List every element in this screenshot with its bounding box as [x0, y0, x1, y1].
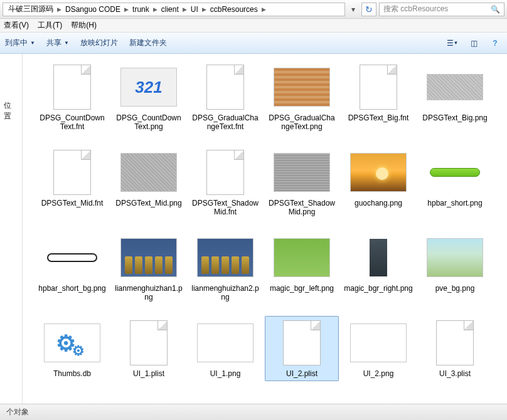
file-label: lianmenghuizhan2.png [191, 284, 260, 302]
toolbar: 到库中▼ 共享▼ 放映幻灯片 新建文件夹 ☰▼ ◫ ? [0, 33, 507, 54]
file-label: guochang.png [355, 199, 402, 207]
chevron-right-icon: ▶ [123, 6, 130, 13]
file-label: UI_3.plist [439, 369, 471, 378]
file-label: DPSG_CountDownText.fnt [38, 113, 107, 131]
help-button[interactable]: ? [488, 37, 502, 50]
breadcrumb-segment[interactable]: client [159, 5, 181, 14]
file-label: DPSG_GradualChangeText.fnt [191, 113, 260, 131]
files-grid: DPSG_CountDownText.fnt321DPSG_CountDownT… [35, 60, 502, 381]
file-item[interactable]: UI_1.plist [112, 316, 186, 381]
file-label: pve_bg.png [435, 284, 475, 293]
file-item[interactable]: DPSGText_Mid.png [112, 145, 186, 219]
slideshow-button[interactable]: 放映幻灯片 [80, 38, 118, 48]
search-placeholder: 搜索 ccbResources [383, 4, 448, 14]
file-label: hpbar_short.png [427, 199, 482, 207]
file-item[interactable]: DPSGText_Big.fnt [341, 60, 415, 134]
file-item[interactable]: pve_bg.png [418, 231, 492, 305]
refresh-button[interactable]: ↻ [361, 3, 376, 16]
menu-help[interactable]: 帮助(H) [71, 20, 97, 31]
file-item[interactable]: Thumbs.db [35, 316, 109, 381]
file-label: Thumbs.db [53, 369, 91, 378]
file-label: DPSGText_Mid.png [115, 199, 181, 207]
content-area: DPSG_CountDownText.fnt321DPSG_CountDownT… [23, 54, 507, 404]
chevron-right-icon: ▶ [152, 6, 159, 13]
sidebar-item-location[interactable]: 位置 [0, 98, 22, 124]
address-dropdown-icon[interactable]: ▾ [348, 5, 359, 14]
status-text: 个对象 [6, 407, 29, 417]
sidebar: 位置 [0, 54, 23, 404]
menu-view[interactable]: 查看(V) [4, 20, 29, 31]
file-item[interactable]: DPSGText_Big.png [418, 60, 492, 134]
chevron-down-icon: ▼ [64, 40, 69, 46]
file-label: hpbar_short_bg.png [38, 284, 105, 293]
status-bar: 个对象 [0, 404, 507, 420]
file-label: DPSG_CountDownText.png [114, 113, 183, 131]
new-folder-button[interactable]: 新建文件夹 [129, 38, 167, 48]
breadcrumb-segment[interactable]: 斗破三国源码 [6, 4, 56, 14]
breadcrumb-segment[interactable]: ccbResources [208, 5, 260, 14]
file-label: DPSGText_ShadowMid.png [267, 199, 336, 216]
file-item[interactable]: DPSG_CountDownText.fnt [35, 60, 109, 134]
include-in-library-button[interactable]: 到库中▼ [5, 38, 35, 48]
share-button[interactable]: 共享▼ [46, 38, 69, 48]
file-item[interactable]: magic_bgr_right.png [341, 231, 415, 305]
file-item[interactable]: UI_2.png [341, 316, 415, 381]
file-item[interactable]: guochang.png [341, 145, 415, 219]
breadcrumb-segment[interactable]: trunk [130, 5, 152, 14]
file-label: DPSGText_ShadowMid.fnt [191, 199, 260, 216]
file-item[interactable]: DPSG_GradualChangeText.fnt [188, 60, 262, 134]
preview-pane-button[interactable]: ◫ [467, 37, 481, 50]
chevron-down-icon: ▼ [30, 40, 35, 46]
file-label: UI_2.png [363, 369, 394, 378]
address-bar: 斗破三国源码▶DSanguo CODE▶trunk▶client▶UI▶ccbR… [0, 0, 507, 19]
chevron-right-icon: ▶ [181, 6, 188, 13]
file-label: UI_1.png [210, 369, 241, 378]
file-label: UI_1.plist [133, 369, 164, 378]
file-label: UI_2.plist [286, 369, 318, 378]
file-item[interactable]: DPSGText_ShadowMid.png [265, 145, 339, 219]
menu-tools[interactable]: 工具(T) [38, 20, 62, 31]
file-item[interactable]: 321DPSG_CountDownText.png [112, 60, 186, 134]
file-item[interactable]: lianmenghuizhan2.png [188, 231, 262, 305]
file-label: DPSGText_Big.png [422, 113, 487, 122]
view-options-button[interactable]: ☰▼ [446, 37, 459, 50]
file-item[interactable]: UI_2.plist [265, 316, 339, 381]
file-label: lianmenghuizhan1.png [114, 284, 183, 302]
file-label: DPSG_GradualChangeText.png [267, 113, 336, 131]
file-item[interactable]: DPSGText_Mid.fnt [35, 145, 109, 219]
menu-bar: 查看(V) 工具(T) 帮助(H) [0, 19, 507, 33]
file-item[interactable]: UI_1.png [188, 316, 262, 381]
file-item[interactable]: lianmenghuizhan1.png [112, 231, 186, 305]
file-item[interactable]: magic_bgr_left.png [265, 231, 339, 305]
breadcrumb-segment[interactable]: UI [188, 5, 201, 14]
breadcrumb[interactable]: 斗破三国源码▶DSanguo CODE▶trunk▶client▶UI▶ccbR… [3, 3, 345, 16]
file-item[interactable]: UI_3.plist [418, 316, 492, 381]
chevron-right-icon: ▶ [201, 6, 208, 13]
search-icon: 🔍 [491, 5, 500, 14]
file-label: DPSGText_Mid.fnt [41, 199, 104, 207]
file-item[interactable]: hpbar_short.png [418, 145, 492, 219]
breadcrumb-segment[interactable]: DSanguo CODE [63, 5, 123, 14]
chevron-right-icon: ▶ [260, 6, 267, 13]
file-label: DPSGText_Big.fnt [348, 113, 409, 122]
file-label: magic_bgr_right.png [344, 284, 412, 293]
file-item[interactable]: DPSGText_ShadowMid.fnt [188, 145, 262, 219]
chevron-right-icon: ▶ [56, 6, 63, 13]
file-item[interactable]: hpbar_short_bg.png [35, 231, 109, 305]
file-label: magic_bgr_left.png [270, 284, 334, 293]
search-input[interactable]: 搜索 ccbResources 🔍 [379, 3, 504, 16]
file-item[interactable]: DPSG_GradualChangeText.png [265, 60, 339, 134]
